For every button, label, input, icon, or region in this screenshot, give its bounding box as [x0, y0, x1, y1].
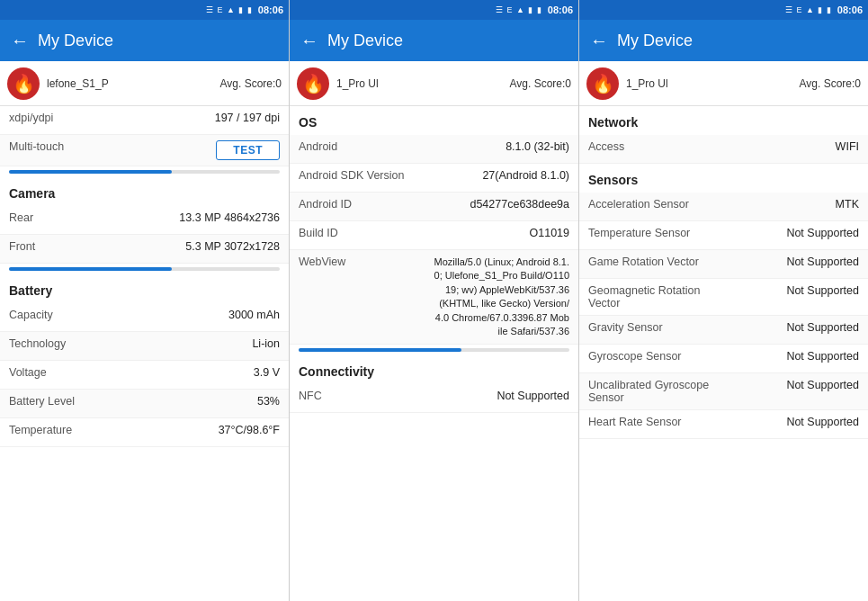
row-value: O11019	[434, 227, 570, 239]
row-label: Rear	[9, 211, 145, 224]
app-bar: ← My Device	[579, 20, 868, 61]
row-value: Not Supported	[724, 284, 860, 297]
device-icon: 🔥	[7, 67, 40, 100]
avg-score: Avg. Score:0	[510, 77, 571, 90]
row-value: Not Supported	[724, 416, 860, 428]
table-row: Multi-touchTEST	[0, 135, 289, 166]
table-row: Android8.1.0 (32-bit)	[290, 135, 578, 164]
status-bar: ☰ E ▲ ▮ ▮ 08:06	[579, 0, 868, 20]
device-bar: 🔥 lefone_S1_P Avg. Score:0	[0, 61, 289, 106]
row-value: Not Supported	[724, 227, 860, 239]
row-value: WIFI	[724, 140, 860, 153]
progress-bar	[9, 267, 280, 271]
row-value: 53%	[145, 395, 281, 408]
device-bar: 🔥 1_Pro Ul Avg. Score:0	[290, 61, 578, 106]
table-row: Rear13.3 MP 4864x2736	[0, 206, 289, 235]
content-area: OSAndroid8.1.0 (32-bit)Android SDK Versi…	[290, 106, 578, 601]
row-label: WebView	[299, 256, 434, 268]
table-row: xdpi/ydpi197 / 197 dpi	[0, 106, 289, 135]
row-value: 8.1.0 (32-bit)	[434, 140, 570, 153]
section-header-2: Connectivity	[290, 355, 578, 384]
back-button[interactable]: ←	[11, 31, 29, 51]
row-label: Temperature Sensor	[588, 227, 724, 239]
device-name: 1_Pro Ul	[336, 77, 503, 90]
section-header-0: Network	[579, 106, 868, 135]
table-row: TechnologyLi-ion	[0, 332, 289, 361]
row-label: Capacity	[9, 309, 145, 321]
table-row: Gravity SensorNot Supported	[579, 316, 868, 345]
table-row: Heart Rate SensorNot Supported	[579, 410, 868, 439]
row-label: Android SDK Version	[299, 169, 434, 182]
progress-bar	[299, 348, 569, 352]
table-row: WebViewMozilla/5.0 (Linux; Android 8.1.0…	[290, 250, 578, 345]
row-label: Game Rotation Vector	[588, 256, 724, 268]
table-row: Geomagnetic Rotation VectorNot Supported	[579, 279, 868, 316]
row-value: 197 / 197 dpi	[145, 112, 281, 124]
row-value: 5.3 MP 3072x1728	[145, 240, 281, 253]
status-icons: ☰ E ▲ ▮ ▮	[785, 5, 832, 14]
panel-2: ☰ E ▲ ▮ ▮ 08:06 ← My Device 🔥 1_Pro Ul A…	[290, 0, 579, 601]
row-value: Not Supported	[724, 379, 860, 391]
row-value: Mozilla/5.0 (Linux; Android 8.1.0; Ulefo…	[434, 256, 570, 338]
row-value: 37°C/98.6°F	[145, 424, 281, 436]
row-label: Front	[9, 240, 145, 253]
table-row: Android SDK Version27(Android 8.1.0)	[290, 164, 578, 193]
row-label: Uncalibrated Gyroscope Sensor	[588, 379, 724, 404]
progress-fill	[299, 348, 461, 352]
row-value: Not Supported	[724, 256, 860, 268]
app-bar: ← My Device	[0, 20, 289, 61]
row-label: Gyroscope Sensor	[588, 350, 724, 363]
device-icon: 🔥	[297, 67, 329, 100]
row-value: 3000 mAh	[145, 309, 281, 321]
row-value: Not Supported	[724, 321, 860, 334]
table-row: NFCNot Supported	[290, 384, 578, 413]
section-header-1: Sensors	[579, 164, 868, 193]
row-value: MTK	[724, 198, 860, 211]
table-row: Battery Level53%	[0, 390, 289, 418]
row-label: Android	[299, 140, 434, 153]
row-value: 27(Android 8.1.0)	[434, 169, 570, 182]
progress-fill	[9, 267, 172, 271]
table-row: Front5.3 MP 3072x1728	[0, 235, 289, 264]
table-row: Acceleration SensorMTK	[579, 193, 868, 221]
status-time: 08:06	[258, 4, 283, 15]
section-header-0: OS	[290, 106, 578, 135]
table-row: Capacity3000 mAh	[0, 303, 289, 332]
row-label: Acceleration Sensor	[588, 198, 724, 211]
table-row: Android IDd54277ce638dee9a	[290, 193, 578, 221]
avg-score: Avg. Score:0	[220, 77, 282, 90]
row-label: xdpi/ydpi	[9, 112, 145, 124]
row-value: Not Supported	[434, 390, 570, 402]
section-header-4: Battery	[0, 274, 289, 303]
test-button[interactable]: TEST	[216, 140, 280, 160]
table-row: AccessWIFI	[579, 135, 868, 164]
app-bar: ← My Device	[290, 20, 578, 61]
device-bar: 🔥 1_Pro Ul Avg. Score:0	[579, 61, 868, 106]
status-time: 08:06	[837, 4, 863, 15]
row-value: Not Supported	[724, 350, 860, 363]
row-label: Temperature	[9, 424, 145, 436]
panel-1: ☰ E ▲ ▮ ▮ 08:06 ← My Device 🔥 lefone_S1_…	[0, 0, 290, 601]
status-bar: ☰ E ▲ ▮ ▮ 08:06	[0, 0, 289, 20]
app-bar-title: My Device	[38, 31, 113, 50]
back-button[interactable]: ←	[590, 31, 608, 51]
row-label: Access	[588, 140, 724, 153]
back-button[interactable]: ←	[300, 31, 318, 51]
row-value: d54277ce638dee9a	[434, 198, 570, 211]
status-icons: ☰ E ▲ ▮ ▮	[496, 5, 542, 14]
row-label: Build ID	[299, 227, 434, 239]
app-bar-title: My Device	[617, 31, 693, 50]
table-row: Uncalibrated Gyroscope SensorNot Support…	[579, 373, 868, 410]
status-icons: ☰ E ▲ ▮ ▮	[206, 5, 253, 14]
row-label: Multi-touch	[9, 140, 216, 153]
device-icon: 🔥	[586, 67, 619, 100]
table-row: Voltage3.9 V	[0, 361, 289, 390]
device-name: 1_Pro Ul	[626, 77, 792, 90]
content-area: xdpi/ydpi197 / 197 dpiMulti-touchTESTCam…	[0, 106, 289, 601]
device-name: lefone_S1_P	[47, 77, 213, 90]
row-label: Geomagnetic Rotation Vector	[588, 284, 724, 309]
content-area: NetworkAccessWIFISensorsAcceleration Sen…	[579, 106, 868, 601]
status-time: 08:06	[548, 4, 573, 15]
avg-score: Avg. Score:0	[800, 77, 861, 90]
row-label: Battery Level	[9, 395, 145, 408]
